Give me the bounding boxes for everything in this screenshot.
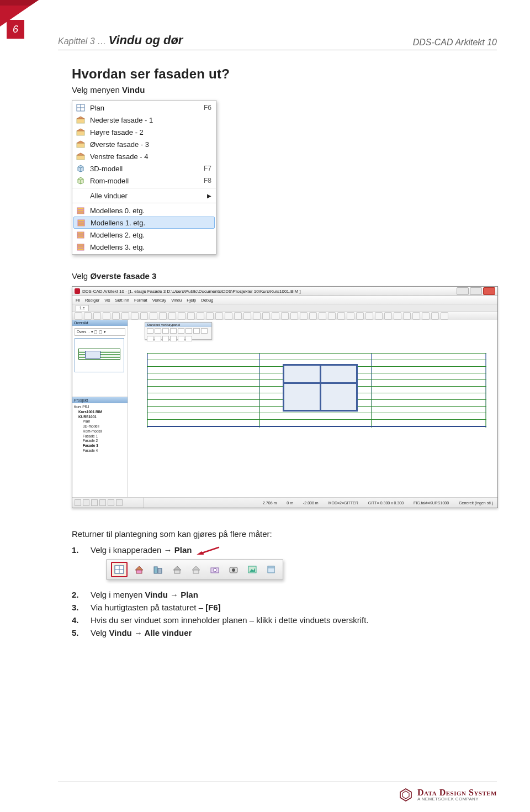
status-icon[interactable] [108,499,114,506]
toolbar-button[interactable] [206,312,214,320]
menu-item-etg3[interactable]: Modellens 3. etg. [72,241,216,253]
camera-button[interactable] [208,563,222,576]
toolbar-button[interactable] [281,312,289,320]
building-button[interactable] [151,563,165,576]
tree-node[interactable]: Fasade 2 [74,439,126,444]
toolbar-button[interactable] [300,312,308,320]
house-gray2-button[interactable] [189,563,203,576]
overview-select[interactable]: Overs… ▾ ▢ ▢ ▾ [75,328,125,336]
status-icon[interactable] [91,499,98,506]
toolbar-button[interactable] [112,312,120,320]
menu-item-etg0[interactable]: Modellens 0. etg. [72,204,216,217]
tree-node[interactable]: Fasade 3 [74,444,126,449]
toolbar-button[interactable] [150,312,157,320]
toolbar-button[interactable] [75,312,82,320]
toolbar-button[interactable] [178,312,186,320]
toolbar-button[interactable] [225,312,232,320]
toolbar-button[interactable] [375,312,383,320]
menu-rediger[interactable]: Rediger [85,298,99,303]
status-icon[interactable] [116,499,123,506]
project-panel-header[interactable]: Prosjekt [72,397,128,403]
tree-node[interactable]: Rom-modell [74,429,126,434]
toolbar-button[interactable] [272,312,279,320]
menu-item-etg1[interactable]: Modellens 1. etg. [73,217,215,229]
toolbar-button[interactable] [384,312,392,320]
toolbar-button[interactable] [131,312,139,320]
toolbar-button[interactable] [356,312,364,320]
toolbar-button[interactable] [93,312,101,320]
close-button[interactable] [483,287,495,295]
menu-item-etg2[interactable]: Modellens 2. etg. [72,229,216,241]
house-gray-button[interactable] [170,563,184,576]
menu-item-fasade3[interactable]: Øverste fasade - 3 [72,138,216,150]
toolbar-button[interactable] [253,312,261,320]
floating-toolbar[interactable]: Standard verktøypanel [145,322,212,340]
toolbar-button[interactable] [168,312,176,320]
tree-node[interactable]: 3D-modell [74,424,126,429]
toolbar-button[interactable] [215,312,223,320]
toolbar-button[interactable] [243,312,251,320]
status-icon[interactable] [99,499,106,506]
overview-thumbnail[interactable] [75,338,124,372]
menu-item-alle-vinduer[interactable]: Alle vinduer ▶ [72,189,216,202]
toolbar-button[interactable] [328,312,336,320]
toolbar-button[interactable] [159,312,167,320]
tree-node[interactable]: Plan [74,419,126,424]
menu-item-plan[interactable]: Plan F6 [72,102,216,114]
toolbar-button[interactable] [319,312,326,320]
tree-node[interactable]: KURS1001 [74,415,126,420]
maximize-button[interactable] [470,287,482,295]
toolbar-button[interactable] [234,312,242,320]
toolbar-button[interactable] [441,312,448,320]
status-icon[interactable] [83,499,89,506]
render-button[interactable] [245,563,259,576]
menu-item-rommodell[interactable]: Rom-modell F8 [72,175,216,187]
menu-format[interactable]: Format [134,298,147,303]
toolbar-button[interactable] [121,312,129,320]
project-tree[interactable]: Kurs.PRJ Kurs1001.BIM KURS1001 Plan 3D-m… [72,403,128,498]
menu-vindu[interactable]: Vindu [171,298,182,303]
menu-settinn[interactable]: Sett inn [115,298,129,303]
menu-verktoy[interactable]: Verktøy [152,298,166,303]
cad-canvas[interactable]: Standard verktøypanel [128,320,497,498]
menu-debug[interactable]: Debug [201,298,213,303]
tree-node[interactable]: Fasade 1 [74,434,126,439]
toolbar-button[interactable] [394,312,401,320]
tree-node[interactable]: Fasade 4 [74,449,126,454]
toolbar-button[interactable] [422,312,430,320]
toolbar-button[interactable] [262,312,270,320]
cad-tab[interactable]: 1.e [76,305,89,311]
house-button[interactable] [132,563,146,576]
toolbar-button[interactable] [140,312,148,320]
menu-fil[interactable]: Fil [76,298,80,303]
minimize-button[interactable] [457,287,469,295]
cad-titlebar[interactable]: DDS-CAD Arkitekt 10 - [1. etasje Fasade … [72,287,497,296]
toolbar-button[interactable] [403,312,411,320]
toolbar-button[interactable] [84,312,92,320]
toolbar-button[interactable] [103,312,110,320]
toolbar-button[interactable] [309,312,317,320]
step-text: Hvis du ser vinduet som inneholder plane… [91,615,469,625]
toolbar-button[interactable] [187,312,195,320]
tree-node[interactable]: Kurs1001.BIM [74,410,126,415]
window-button[interactable] [264,563,278,576]
menu-item-fasade2[interactable]: Høyre fasade - 2 [72,126,216,138]
menu-item-fasade1[interactable]: Nederste fasade - 1 [72,114,216,126]
toolbar-button[interactable] [412,312,420,320]
overview-thumb-area: Overs… ▾ ▢ ▢ ▾ [72,326,128,397]
tree-node[interactable]: Kurs.PRJ [74,405,126,410]
menu-item-fasade4[interactable]: Venstre fasade - 4 [72,150,216,162]
status-icon[interactable] [75,499,81,506]
toolbar-button[interactable] [337,312,345,320]
menu-vis[interactable]: Vis [104,298,110,303]
plan-button[interactable] [111,562,128,577]
menu-item-3dmodell[interactable]: 3D-modell F7 [72,162,216,175]
toolbar-button[interactable] [290,312,298,320]
menu-hjelp[interactable]: Hjelp [187,298,196,303]
toolbar-button[interactable] [347,312,354,320]
overview-panel-header[interactable]: Oversikt [72,320,128,326]
toolbar-button[interactable] [431,312,439,320]
toolbar-button[interactable] [365,312,373,320]
toolbar-button[interactable] [197,312,204,320]
photo-button[interactable] [226,563,241,576]
